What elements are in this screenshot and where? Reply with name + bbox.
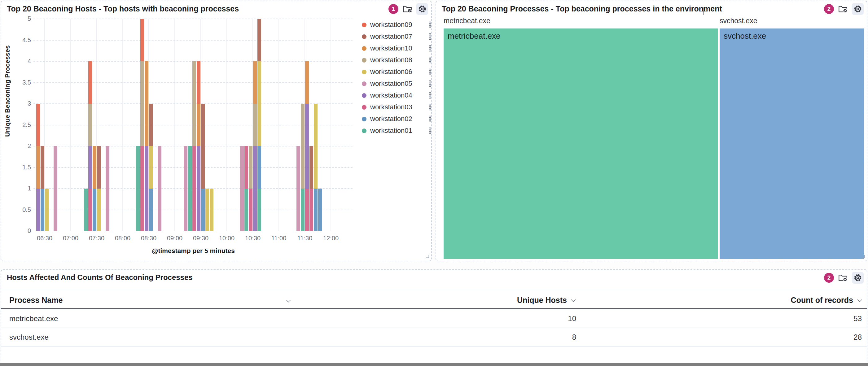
legend-color-dot [362,129,367,133]
bar-segment[interactable] [145,61,148,146]
bar-segment[interactable] [84,189,88,231]
bar-segment[interactable] [40,146,44,189]
bar-segment[interactable] [253,104,257,146]
bar-segment[interactable] [305,189,309,231]
saved-object-check-folder-icon[interactable] [837,272,849,284]
legend-actions-icon[interactable] [428,115,432,122]
bar-segment[interactable] [301,189,305,231]
bar-segment[interactable] [140,19,144,61]
treemap-tile[interactable]: metricbeat.exe [443,29,718,259]
bar-segment[interactable] [145,146,148,231]
bar-segment[interactable] [158,146,161,231]
bar-segment[interactable] [88,104,92,146]
bar-segment[interactable] [210,189,213,231]
bar-segment[interactable] [301,104,305,189]
bar-segment[interactable] [257,19,261,61]
bar-segment[interactable] [249,189,252,231]
bar-segment[interactable] [149,189,153,231]
bar-segment[interactable] [253,146,257,231]
bar-segment[interactable] [257,146,261,189]
bar-segment[interactable] [36,189,40,231]
legend-item[interactable]: workstation06 [362,66,432,78]
bar-segment[interactable] [93,146,96,189]
sort-chevron-icon[interactable] [853,296,863,305]
legend-item[interactable]: workstation03 [362,101,432,113]
legend-item[interactable]: workstation09 [362,19,432,31]
bar-segment[interactable] [197,146,200,231]
bar-segment[interactable] [97,146,101,189]
bar-segment[interactable] [192,61,196,146]
column-header-process-name[interactable]: Process Name [9,292,63,308]
bar-segment[interactable] [257,61,261,146]
bar-segment[interactable] [297,146,300,231]
bar-segment[interactable] [305,61,309,104]
legend-actions-icon[interactable] [428,33,432,40]
x-tick-label: 07:30 [84,235,109,242]
bar-segment[interactable] [244,189,248,231]
bar-segment[interactable] [253,61,257,104]
legend-item[interactable]: workstation07 [362,31,432,42]
bar-segment[interactable] [314,104,317,189]
legend-actions-icon[interactable] [428,57,432,64]
legend-color-dot [362,34,367,39]
legend-item[interactable]: workstation08 [362,54,432,66]
bar-segment[interactable] [88,189,92,231]
legend-actions-icon[interactable] [428,127,432,134]
legend-item[interactable]: workstation02 [362,113,432,125]
bar-segment[interactable] [140,61,144,146]
bar-segment[interactable] [136,146,140,231]
bar-segment[interactable] [88,61,92,104]
treemap-tile[interactable]: svchost.exe [720,29,864,259]
legend-item[interactable]: workstation05 [362,78,432,90]
bar-segment[interactable] [188,146,192,231]
legend-actions-icon[interactable] [428,68,432,75]
bar-segment[interactable] [309,189,313,231]
panel-resize-handle-icon[interactable] [425,254,429,260]
bar-segment[interactable] [197,61,200,104]
bar-segment[interactable] [201,189,205,231]
panel-resize-handle-icon[interactable] [861,254,865,260]
bar-segment[interactable] [314,189,317,231]
legend-actions-icon[interactable] [428,104,432,110]
bar-segment[interactable] [305,104,309,189]
legend-item[interactable]: workstation10 [362,42,432,54]
legend-actions-icon[interactable] [428,92,432,99]
bar-segment[interactable] [140,146,144,231]
bar-segment[interactable] [88,146,92,189]
cell-count-of-records: 28 [652,328,862,346]
bar-segment[interactable] [36,104,40,146]
bar-segment[interactable] [105,146,110,231]
bar-segment[interactable] [201,104,205,189]
bar-segment[interactable] [240,146,244,231]
sort-chevron-icon[interactable] [567,296,577,305]
sort-chevron-icon[interactable] [282,296,292,305]
gear-icon[interactable] [852,272,864,284]
bar-segment[interactable] [36,146,40,189]
legend-item[interactable]: workstation04 [362,90,432,101]
bar-segment[interactable] [197,104,200,146]
bar-segment[interactable] [192,146,196,231]
column-header-unique-hosts[interactable]: Unique Hosts [373,292,577,308]
bar-segment[interactable] [206,189,209,231]
bar-segment[interactable] [45,189,49,231]
bar-segment[interactable] [249,146,252,189]
column-header-label: Unique Hosts [517,296,567,305]
legend-color-dot [362,70,367,74]
bar-segment[interactable] [309,146,313,189]
bar-segment[interactable] [318,189,322,231]
legend-actions-icon[interactable] [428,80,432,87]
bar-segment[interactable] [93,189,96,231]
legend-actions-icon[interactable] [428,45,432,52]
panel-number-badge[interactable]: 2 [824,273,834,283]
legend-actions-icon[interactable] [428,21,432,28]
bar-segment[interactable] [184,146,187,231]
bar-segment[interactable] [40,189,44,231]
bar-segment[interactable] [257,189,261,231]
bar-segment[interactable] [54,146,57,231]
bar-segment[interactable] [97,189,101,231]
legend-item[interactable]: workstation01 [362,125,432,137]
bar-segment[interactable] [149,146,153,189]
bar-segment[interactable] [149,104,153,146]
bar-segment[interactable] [244,146,248,189]
column-header-count-of-records[interactable]: Count of records [652,292,863,308]
